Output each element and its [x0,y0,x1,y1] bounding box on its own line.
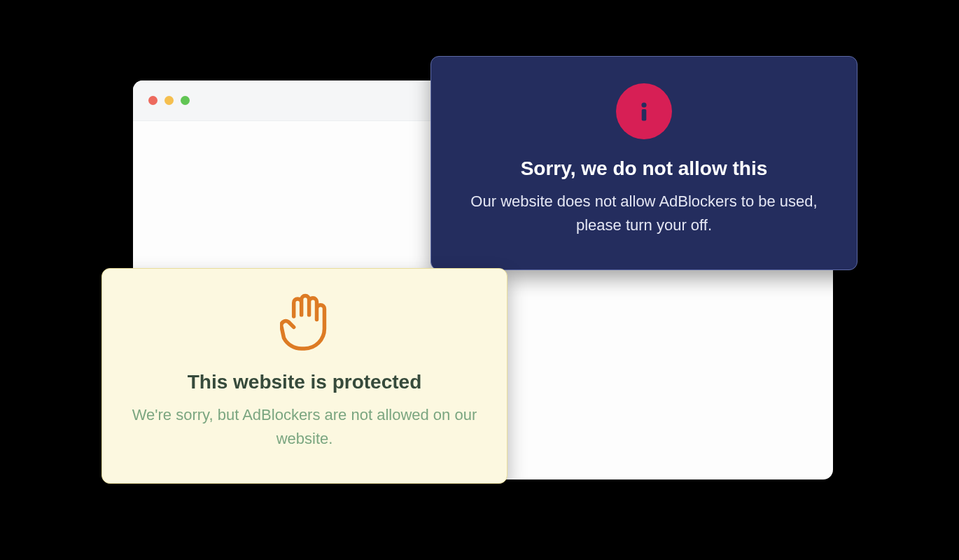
adblock-warning-light-card: This website is protected We're sorry, b… [102,268,507,484]
adblock-warning-dark-card: Sorry, we do not allow this Our website … [430,56,858,270]
canvas: Sorry, we do not allow this Our website … [0,0,959,560]
window-minimize-icon[interactable] [164,96,174,105]
light-card-title: This website is protected [130,371,479,393]
hand-stop-icon [276,293,332,356]
dark-card-body: Our website does not allow AdBlockers to… [459,190,829,237]
info-icon [616,83,672,139]
svg-point-0 [641,102,646,107]
window-close-icon[interactable] [148,96,158,105]
dark-card-title: Sorry, we do not allow this [459,158,829,180]
svg-rect-1 [642,109,647,121]
window-zoom-icon[interactable] [181,96,190,105]
light-card-body: We're sorry, but AdBlockers are not allo… [130,403,479,451]
